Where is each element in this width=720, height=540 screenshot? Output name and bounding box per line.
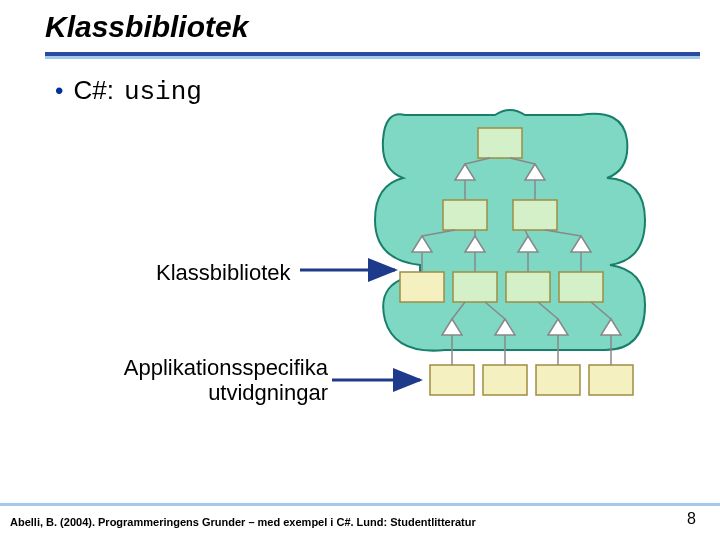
title-block: Klassbibliotek: [45, 10, 700, 59]
label-applikationsspecifika: Applikationsspecifika utvidgningar: [108, 355, 328, 406]
class-box-l4a: [430, 365, 474, 395]
bullet-prefix: C#:: [73, 75, 113, 106]
class-box-l4b: [483, 365, 527, 395]
page-number: 8: [687, 510, 696, 528]
bullet-row: • C#: using: [55, 75, 202, 107]
class-box-l3d: [559, 272, 603, 302]
footer-citation: Abelli, B. (2004). Programmeringens Grun…: [10, 516, 476, 528]
bullet-code: using: [124, 77, 202, 107]
page-title: Klassbibliotek: [45, 10, 700, 48]
bullet-dot-icon: •: [55, 79, 63, 103]
class-box-l3a: [400, 272, 444, 302]
class-box-l3c: [506, 272, 550, 302]
class-box-root: [478, 128, 522, 158]
label-app-line1: Applikationsspecifika: [124, 355, 328, 380]
label-app-line2: utvidgningar: [208, 380, 328, 405]
footer-rule: [0, 503, 720, 506]
class-box-l4d: [589, 365, 633, 395]
class-box-l3b: [453, 272, 497, 302]
title-rule-light: [45, 56, 700, 59]
class-box-l2b: [513, 200, 557, 230]
slide: Klassbibliotek • C#: using Klassbibliote…: [0, 0, 720, 540]
class-box-l2a: [443, 200, 487, 230]
class-box-l4c: [536, 365, 580, 395]
label-klassbibliotek: Klassbibliotek: [156, 260, 291, 286]
class-hierarchy-diagram: [345, 100, 655, 440]
